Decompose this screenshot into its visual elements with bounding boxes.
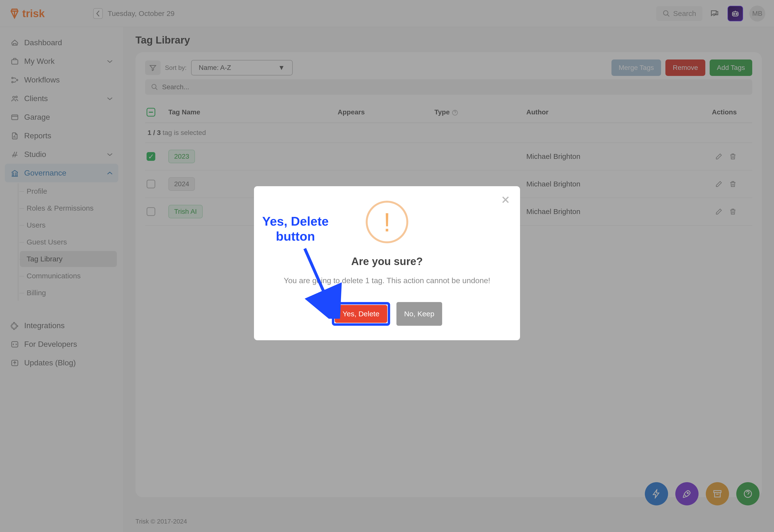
annotation-arrow-icon [300, 246, 343, 319]
no-keep-button[interactable]: No, Keep [396, 302, 442, 326]
close-icon [501, 195, 510, 205]
modal-close-button[interactable] [501, 195, 510, 205]
warning-icon: ! [366, 201, 408, 243]
annotation-label: Yes, Delete button [262, 214, 329, 244]
confirm-delete-modal: ! Are you sure? You are going to delete … [254, 186, 520, 340]
